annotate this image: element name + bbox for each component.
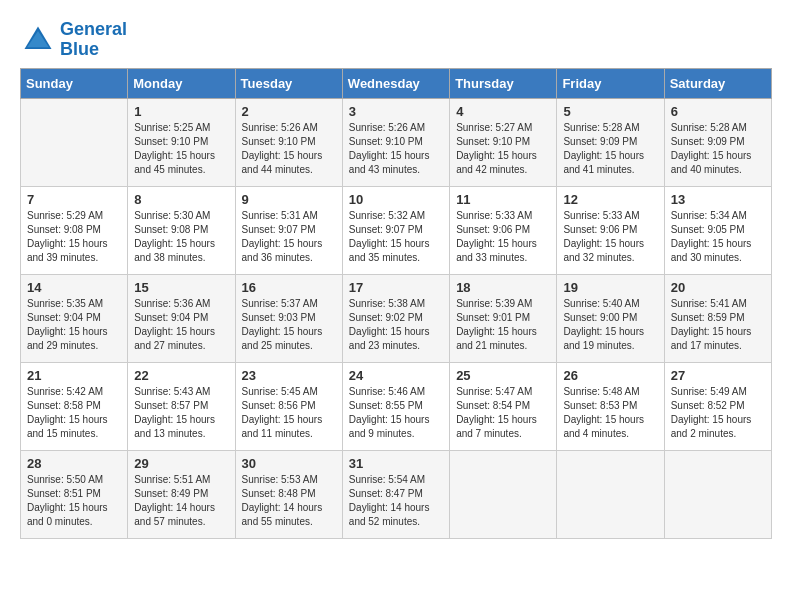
day-info: Sunrise: 5:42 AM Sunset: 8:58 PM Dayligh… <box>27 385 121 441</box>
week-row-4: 21Sunrise: 5:42 AM Sunset: 8:58 PM Dayli… <box>21 362 772 450</box>
day-number: 1 <box>134 104 228 119</box>
week-row-2: 7Sunrise: 5:29 AM Sunset: 9:08 PM Daylig… <box>21 186 772 274</box>
day-number: 8 <box>134 192 228 207</box>
day-number: 14 <box>27 280 121 295</box>
day-number: 25 <box>456 368 550 383</box>
calendar-cell: 12Sunrise: 5:33 AM Sunset: 9:06 PM Dayli… <box>557 186 664 274</box>
day-info: Sunrise: 5:40 AM Sunset: 9:00 PM Dayligh… <box>563 297 657 353</box>
calendar-cell: 1Sunrise: 5:25 AM Sunset: 9:10 PM Daylig… <box>128 98 235 186</box>
day-number: 22 <box>134 368 228 383</box>
day-info: Sunrise: 5:37 AM Sunset: 9:03 PM Dayligh… <box>242 297 336 353</box>
day-info: Sunrise: 5:53 AM Sunset: 8:48 PM Dayligh… <box>242 473 336 529</box>
calendar-cell: 31Sunrise: 5:54 AM Sunset: 8:47 PM Dayli… <box>342 450 449 538</box>
calendar-cell: 29Sunrise: 5:51 AM Sunset: 8:49 PM Dayli… <box>128 450 235 538</box>
week-row-5: 28Sunrise: 5:50 AM Sunset: 8:51 PM Dayli… <box>21 450 772 538</box>
day-number: 5 <box>563 104 657 119</box>
header-thursday: Thursday <box>450 68 557 98</box>
day-info: Sunrise: 5:29 AM Sunset: 9:08 PM Dayligh… <box>27 209 121 265</box>
day-info: Sunrise: 5:26 AM Sunset: 9:10 PM Dayligh… <box>349 121 443 177</box>
day-info: Sunrise: 5:41 AM Sunset: 8:59 PM Dayligh… <box>671 297 765 353</box>
day-info: Sunrise: 5:26 AM Sunset: 9:10 PM Dayligh… <box>242 121 336 177</box>
day-info: Sunrise: 5:33 AM Sunset: 9:06 PM Dayligh… <box>456 209 550 265</box>
day-info: Sunrise: 5:49 AM Sunset: 8:52 PM Dayligh… <box>671 385 765 441</box>
calendar-cell <box>557 450 664 538</box>
day-info: Sunrise: 5:46 AM Sunset: 8:55 PM Dayligh… <box>349 385 443 441</box>
day-number: 3 <box>349 104 443 119</box>
day-info: Sunrise: 5:33 AM Sunset: 9:06 PM Dayligh… <box>563 209 657 265</box>
calendar-table: SundayMondayTuesdayWednesdayThursdayFrid… <box>20 68 772 539</box>
day-number: 17 <box>349 280 443 295</box>
day-number: 20 <box>671 280 765 295</box>
day-info: Sunrise: 5:30 AM Sunset: 9:08 PM Dayligh… <box>134 209 228 265</box>
calendar-cell: 10Sunrise: 5:32 AM Sunset: 9:07 PM Dayli… <box>342 186 449 274</box>
calendar-cell: 3Sunrise: 5:26 AM Sunset: 9:10 PM Daylig… <box>342 98 449 186</box>
calendar-cell: 25Sunrise: 5:47 AM Sunset: 8:54 PM Dayli… <box>450 362 557 450</box>
day-number: 30 <box>242 456 336 471</box>
logo: General Blue <box>20 20 127 60</box>
calendar-cell: 6Sunrise: 5:28 AM Sunset: 9:09 PM Daylig… <box>664 98 771 186</box>
day-info: Sunrise: 5:39 AM Sunset: 9:01 PM Dayligh… <box>456 297 550 353</box>
logo-text: General Blue <box>60 20 127 60</box>
calendar-cell: 23Sunrise: 5:45 AM Sunset: 8:56 PM Dayli… <box>235 362 342 450</box>
header-wednesday: Wednesday <box>342 68 449 98</box>
calendar-cell: 7Sunrise: 5:29 AM Sunset: 9:08 PM Daylig… <box>21 186 128 274</box>
calendar-cell: 26Sunrise: 5:48 AM Sunset: 8:53 PM Dayli… <box>557 362 664 450</box>
day-number: 21 <box>27 368 121 383</box>
calendar-cell: 19Sunrise: 5:40 AM Sunset: 9:00 PM Dayli… <box>557 274 664 362</box>
day-number: 24 <box>349 368 443 383</box>
day-info: Sunrise: 5:35 AM Sunset: 9:04 PM Dayligh… <box>27 297 121 353</box>
calendar-cell: 22Sunrise: 5:43 AM Sunset: 8:57 PM Dayli… <box>128 362 235 450</box>
day-info: Sunrise: 5:34 AM Sunset: 9:05 PM Dayligh… <box>671 209 765 265</box>
day-number: 15 <box>134 280 228 295</box>
day-number: 16 <box>242 280 336 295</box>
header: General Blue <box>20 20 772 60</box>
day-number: 27 <box>671 368 765 383</box>
calendar-cell: 16Sunrise: 5:37 AM Sunset: 9:03 PM Dayli… <box>235 274 342 362</box>
header-saturday: Saturday <box>664 68 771 98</box>
logo-icon <box>20 22 56 58</box>
day-number: 9 <box>242 192 336 207</box>
calendar-cell: 13Sunrise: 5:34 AM Sunset: 9:05 PM Dayli… <box>664 186 771 274</box>
calendar-cell: 5Sunrise: 5:28 AM Sunset: 9:09 PM Daylig… <box>557 98 664 186</box>
day-number: 6 <box>671 104 765 119</box>
calendar-cell: 30Sunrise: 5:53 AM Sunset: 8:48 PM Dayli… <box>235 450 342 538</box>
day-info: Sunrise: 5:54 AM Sunset: 8:47 PM Dayligh… <box>349 473 443 529</box>
day-info: Sunrise: 5:27 AM Sunset: 9:10 PM Dayligh… <box>456 121 550 177</box>
calendar-cell: 15Sunrise: 5:36 AM Sunset: 9:04 PM Dayli… <box>128 274 235 362</box>
calendar-cell: 21Sunrise: 5:42 AM Sunset: 8:58 PM Dayli… <box>21 362 128 450</box>
calendar-cell: 14Sunrise: 5:35 AM Sunset: 9:04 PM Dayli… <box>21 274 128 362</box>
calendar-cell: 11Sunrise: 5:33 AM Sunset: 9:06 PM Dayli… <box>450 186 557 274</box>
day-number: 31 <box>349 456 443 471</box>
calendar-cell: 28Sunrise: 5:50 AM Sunset: 8:51 PM Dayli… <box>21 450 128 538</box>
day-number: 11 <box>456 192 550 207</box>
day-number: 18 <box>456 280 550 295</box>
day-number: 28 <box>27 456 121 471</box>
day-info: Sunrise: 5:25 AM Sunset: 9:10 PM Dayligh… <box>134 121 228 177</box>
calendar-cell: 20Sunrise: 5:41 AM Sunset: 8:59 PM Dayli… <box>664 274 771 362</box>
day-info: Sunrise: 5:38 AM Sunset: 9:02 PM Dayligh… <box>349 297 443 353</box>
day-number: 29 <box>134 456 228 471</box>
calendar-cell: 9Sunrise: 5:31 AM Sunset: 9:07 PM Daylig… <box>235 186 342 274</box>
header-friday: Friday <box>557 68 664 98</box>
calendar-cell: 17Sunrise: 5:38 AM Sunset: 9:02 PM Dayli… <box>342 274 449 362</box>
calendar-cell <box>664 450 771 538</box>
header-sunday: Sunday <box>21 68 128 98</box>
day-info: Sunrise: 5:45 AM Sunset: 8:56 PM Dayligh… <box>242 385 336 441</box>
week-row-3: 14Sunrise: 5:35 AM Sunset: 9:04 PM Dayli… <box>21 274 772 362</box>
header-tuesday: Tuesday <box>235 68 342 98</box>
calendar-cell: 24Sunrise: 5:46 AM Sunset: 8:55 PM Dayli… <box>342 362 449 450</box>
day-info: Sunrise: 5:31 AM Sunset: 9:07 PM Dayligh… <box>242 209 336 265</box>
header-monday: Monday <box>128 68 235 98</box>
day-number: 7 <box>27 192 121 207</box>
day-info: Sunrise: 5:47 AM Sunset: 8:54 PM Dayligh… <box>456 385 550 441</box>
day-info: Sunrise: 5:50 AM Sunset: 8:51 PM Dayligh… <box>27 473 121 529</box>
calendar-cell: 27Sunrise: 5:49 AM Sunset: 8:52 PM Dayli… <box>664 362 771 450</box>
calendar-cell: 18Sunrise: 5:39 AM Sunset: 9:01 PM Dayli… <box>450 274 557 362</box>
day-info: Sunrise: 5:32 AM Sunset: 9:07 PM Dayligh… <box>349 209 443 265</box>
day-info: Sunrise: 5:28 AM Sunset: 9:09 PM Dayligh… <box>671 121 765 177</box>
day-number: 2 <box>242 104 336 119</box>
day-info: Sunrise: 5:51 AM Sunset: 8:49 PM Dayligh… <box>134 473 228 529</box>
day-number: 26 <box>563 368 657 383</box>
calendar-cell: 8Sunrise: 5:30 AM Sunset: 9:08 PM Daylig… <box>128 186 235 274</box>
day-info: Sunrise: 5:28 AM Sunset: 9:09 PM Dayligh… <box>563 121 657 177</box>
